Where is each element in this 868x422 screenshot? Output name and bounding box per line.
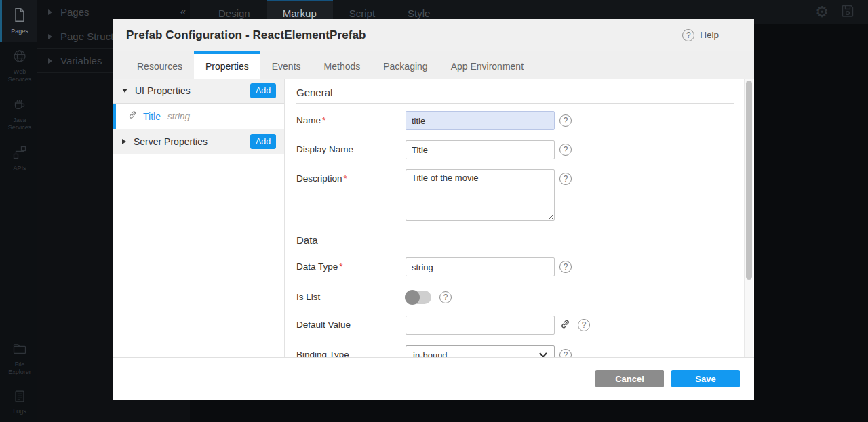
help-icon[interactable]: ? — [578, 319, 590, 331]
dialog-tabs: Resources Properties Events Methods Pack… — [113, 51, 754, 79]
rail-item-file-explorer[interactable]: File Explorer — [0, 335, 37, 383]
field-display-name: Display Name ? — [296, 140, 734, 159]
field-is-list: Is List ? — [296, 288, 734, 304]
required-asterisk: * — [322, 115, 326, 125]
property-item-title[interactable]: Title string — [113, 104, 284, 129]
chevron-right-icon — [48, 34, 52, 39]
group-label: Server Properties — [134, 136, 208, 147]
chevron-right-icon — [48, 58, 52, 64]
field-description: Description* Title of the movie ? — [296, 169, 734, 224]
chevron-right-icon — [48, 9, 52, 15]
required-asterisk: * — [339, 261, 342, 272]
tab-methods[interactable]: Methods — [313, 51, 372, 79]
field-label: Display Name — [296, 140, 406, 154]
help-icon[interactable]: ? — [439, 291, 452, 303]
toggle-knob — [405, 290, 420, 305]
help-icon[interactable]: ? — [559, 261, 572, 273]
field-label: Default Value — [296, 316, 406, 330]
help-icon: ? — [682, 29, 694, 41]
field-label: Name* — [296, 111, 406, 125]
rail-item-web-services[interactable]: Web Services — [0, 42, 37, 90]
tab-events[interactable]: Events — [260, 51, 313, 79]
help-icon[interactable]: ? — [559, 349, 572, 357]
binding-type-value: in-bound — [413, 350, 448, 358]
save-button[interactable]: Save — [671, 370, 740, 387]
add-server-property-button[interactable]: Add — [250, 134, 276, 149]
prefab-config-dialog: Prefab Configuration - ReactElementPrefa… — [113, 19, 754, 400]
binding-type-select[interactable]: in-bound — [406, 345, 555, 357]
save-disk-icon[interactable] — [840, 3, 856, 22]
dialog-header: Prefab Configuration - ReactElementPrefa… — [113, 19, 754, 51]
rail-item-label: File Explorer — [3, 361, 36, 376]
property-name: Title — [143, 111, 161, 122]
help-icon[interactable]: ? — [559, 144, 572, 156]
property-form: General Name* ? Display Name ? Descripti… — [285, 79, 754, 357]
properties-list-panel: UI Properties Add Title string Server Pr… — [113, 79, 285, 357]
field-label: Data Type* — [296, 257, 406, 272]
bind-link-icon — [127, 110, 138, 123]
tab-properties[interactable]: Properties — [194, 51, 260, 79]
web-services-icon — [12, 48, 28, 66]
property-type: string — [167, 111, 190, 121]
help-icon[interactable]: ? — [559, 173, 572, 185]
help-label: Help — [700, 30, 719, 40]
dialog-footer: Cancel Save — [113, 357, 754, 400]
chevron-down-icon — [539, 352, 547, 357]
pages-icon — [11, 6, 28, 26]
field-data-type: Data Type* ? — [296, 257, 734, 276]
java-services-icon — [12, 96, 28, 114]
collapse-panel-icon[interactable]: « — [180, 5, 186, 17]
group-ui-properties[interactable]: UI Properties Add — [113, 79, 284, 104]
section-data-title: Data — [296, 234, 734, 251]
panel-item-label: Variables — [60, 55, 102, 66]
group-server-properties[interactable]: Server Properties Add — [113, 129, 284, 154]
name-input[interactable] — [406, 111, 555, 130]
rail-item-logs[interactable]: Logs — [0, 383, 37, 422]
file-explorer-icon — [12, 341, 28, 359]
rail-item-java-services[interactable]: Java Services — [0, 90, 37, 138]
section-general-title: General — [296, 87, 734, 104]
field-label: Is List — [296, 288, 406, 302]
tab-app-environment[interactable]: App Environment — [439, 51, 535, 79]
rail-spacer — [0, 179, 37, 335]
rail-item-label: Logs — [13, 408, 26, 415]
field-name: Name* ? — [296, 111, 734, 130]
group-label: UI Properties — [135, 85, 191, 96]
caret-down-icon — [122, 89, 127, 93]
display-name-input[interactable] — [406, 140, 555, 159]
topbar-actions: ⚙ — [815, 0, 868, 24]
rail-item-pages[interactable]: Pages — [0, 0, 37, 42]
apis-icon — [12, 144, 28, 163]
cancel-button[interactable]: Cancel — [595, 370, 664, 387]
caret-right-icon — [122, 139, 126, 144]
tab-resources[interactable]: Resources — [125, 51, 194, 79]
rail-item-label: APIs — [13, 165, 26, 172]
dialog-scrollbar-thumb[interactable] — [746, 81, 752, 280]
add-ui-property-button[interactable]: Add — [250, 83, 276, 98]
description-textarea[interactable]: Title of the movie — [406, 169, 555, 221]
logs-icon — [12, 389, 27, 406]
field-label: Binding Type — [296, 345, 406, 357]
dialog-body: UI Properties Add Title string Server Pr… — [113, 79, 754, 357]
field-label: Description* — [296, 169, 406, 184]
rail-item-apis[interactable]: APIs — [0, 138, 37, 179]
dialog-title: Prefab Configuration - ReactElementPrefa… — [126, 28, 366, 42]
help-button[interactable]: ? Help — [682, 29, 719, 41]
rail-item-label: Web Services — [3, 68, 36, 83]
tab-packaging[interactable]: Packaging — [372, 51, 439, 79]
app-window: Pages Web Services Java Services APIs Fi… — [0, 0, 868, 422]
panel-item-label: Pages — [60, 6, 90, 18]
data-type-input[interactable] — [406, 257, 555, 276]
help-icon[interactable]: ? — [559, 114, 572, 127]
dialog-scrollbar-track — [744, 79, 753, 357]
default-value-input[interactable] — [406, 316, 555, 335]
rail-item-label: Pages — [11, 28, 28, 35]
required-asterisk: * — [344, 173, 347, 184]
bind-link-icon[interactable] — [559, 318, 571, 333]
settings-gear-icon[interactable]: ⚙ — [815, 5, 829, 20]
is-list-toggle[interactable] — [406, 291, 431, 304]
field-binding-type: Binding Type in-bound ? — [296, 345, 734, 357]
field-default-value: Default Value ? — [296, 316, 734, 335]
rail-item-label: Java Services — [3, 117, 36, 131]
left-icon-rail: Pages Web Services Java Services APIs Fi… — [0, 0, 37, 422]
